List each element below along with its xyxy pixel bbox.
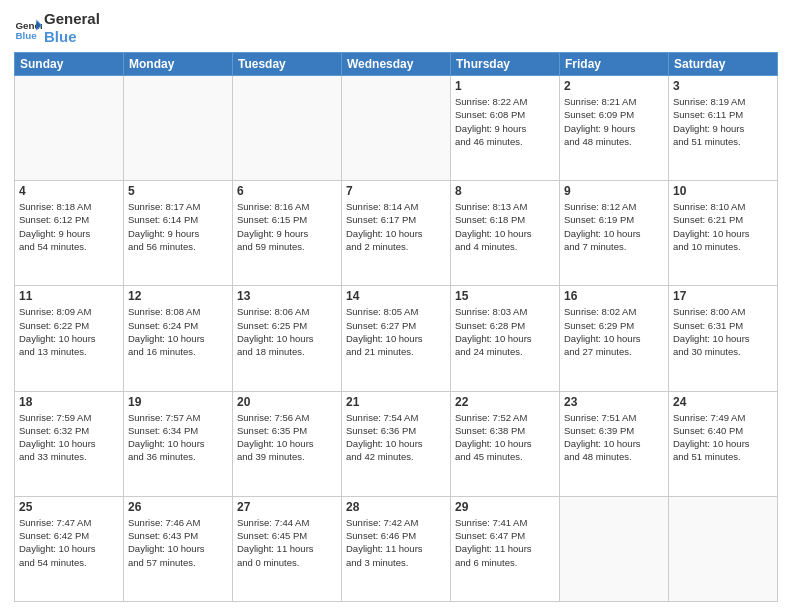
table-cell: 17Sunrise: 8:00 AM Sunset: 6:31 PM Dayli… bbox=[669, 286, 778, 391]
day-number: 24 bbox=[673, 395, 773, 409]
logo-icon: General Blue bbox=[14, 14, 42, 42]
day-info: Sunrise: 8:19 AM Sunset: 6:11 PM Dayligh… bbox=[673, 95, 773, 148]
col-sunday: Sunday bbox=[15, 53, 124, 76]
day-info: Sunrise: 7:49 AM Sunset: 6:40 PM Dayligh… bbox=[673, 411, 773, 464]
table-cell: 12Sunrise: 8:08 AM Sunset: 6:24 PM Dayli… bbox=[124, 286, 233, 391]
col-monday: Monday bbox=[124, 53, 233, 76]
day-info: Sunrise: 7:52 AM Sunset: 6:38 PM Dayligh… bbox=[455, 411, 555, 464]
day-number: 28 bbox=[346, 500, 446, 514]
table-cell: 11Sunrise: 8:09 AM Sunset: 6:22 PM Dayli… bbox=[15, 286, 124, 391]
day-info: Sunrise: 8:16 AM Sunset: 6:15 PM Dayligh… bbox=[237, 200, 337, 253]
day-info: Sunrise: 7:46 AM Sunset: 6:43 PM Dayligh… bbox=[128, 516, 228, 569]
day-number: 13 bbox=[237, 289, 337, 303]
table-cell: 9Sunrise: 8:12 AM Sunset: 6:19 PM Daylig… bbox=[560, 181, 669, 286]
table-cell: 22Sunrise: 7:52 AM Sunset: 6:38 PM Dayli… bbox=[451, 391, 560, 496]
day-number: 2 bbox=[564, 79, 664, 93]
table-cell: 19Sunrise: 7:57 AM Sunset: 6:34 PM Dayli… bbox=[124, 391, 233, 496]
day-number: 15 bbox=[455, 289, 555, 303]
day-number: 12 bbox=[128, 289, 228, 303]
day-number: 19 bbox=[128, 395, 228, 409]
table-cell: 18Sunrise: 7:59 AM Sunset: 6:32 PM Dayli… bbox=[15, 391, 124, 496]
table-cell bbox=[233, 76, 342, 181]
table-cell: 16Sunrise: 8:02 AM Sunset: 6:29 PM Dayli… bbox=[560, 286, 669, 391]
col-thursday: Thursday bbox=[451, 53, 560, 76]
calendar-week-row: 1Sunrise: 8:22 AM Sunset: 6:08 PM Daylig… bbox=[15, 76, 778, 181]
logo-text-blue: Blue bbox=[44, 28, 100, 46]
calendar-week-row: 18Sunrise: 7:59 AM Sunset: 6:32 PM Dayli… bbox=[15, 391, 778, 496]
table-cell: 4Sunrise: 8:18 AM Sunset: 6:12 PM Daylig… bbox=[15, 181, 124, 286]
day-number: 9 bbox=[564, 184, 664, 198]
table-cell: 29Sunrise: 7:41 AM Sunset: 6:47 PM Dayli… bbox=[451, 496, 560, 601]
table-cell: 3Sunrise: 8:19 AM Sunset: 6:11 PM Daylig… bbox=[669, 76, 778, 181]
day-info: Sunrise: 7:59 AM Sunset: 6:32 PM Dayligh… bbox=[19, 411, 119, 464]
day-info: Sunrise: 7:54 AM Sunset: 6:36 PM Dayligh… bbox=[346, 411, 446, 464]
table-cell bbox=[124, 76, 233, 181]
calendar-week-row: 11Sunrise: 8:09 AM Sunset: 6:22 PM Dayli… bbox=[15, 286, 778, 391]
table-cell: 20Sunrise: 7:56 AM Sunset: 6:35 PM Dayli… bbox=[233, 391, 342, 496]
day-number: 20 bbox=[237, 395, 337, 409]
day-number: 18 bbox=[19, 395, 119, 409]
day-info: Sunrise: 8:21 AM Sunset: 6:09 PM Dayligh… bbox=[564, 95, 664, 148]
table-cell: 10Sunrise: 8:10 AM Sunset: 6:21 PM Dayli… bbox=[669, 181, 778, 286]
calendar-body: 1Sunrise: 8:22 AM Sunset: 6:08 PM Daylig… bbox=[15, 76, 778, 602]
day-number: 10 bbox=[673, 184, 773, 198]
col-saturday: Saturday bbox=[669, 53, 778, 76]
col-tuesday: Tuesday bbox=[233, 53, 342, 76]
table-cell bbox=[342, 76, 451, 181]
calendar-table: Sunday Monday Tuesday Wednesday Thursday… bbox=[14, 52, 778, 602]
day-info: Sunrise: 8:22 AM Sunset: 6:08 PM Dayligh… bbox=[455, 95, 555, 148]
day-number: 5 bbox=[128, 184, 228, 198]
day-number: 25 bbox=[19, 500, 119, 514]
day-number: 29 bbox=[455, 500, 555, 514]
table-cell bbox=[560, 496, 669, 601]
day-number: 6 bbox=[237, 184, 337, 198]
day-number: 23 bbox=[564, 395, 664, 409]
day-info: Sunrise: 7:47 AM Sunset: 6:42 PM Dayligh… bbox=[19, 516, 119, 569]
day-info: Sunrise: 7:51 AM Sunset: 6:39 PM Dayligh… bbox=[564, 411, 664, 464]
day-number: 3 bbox=[673, 79, 773, 93]
day-info: Sunrise: 7:42 AM Sunset: 6:46 PM Dayligh… bbox=[346, 516, 446, 569]
header: General Blue General Blue bbox=[14, 10, 778, 46]
table-cell: 7Sunrise: 8:14 AM Sunset: 6:17 PM Daylig… bbox=[342, 181, 451, 286]
day-info: Sunrise: 8:10 AM Sunset: 6:21 PM Dayligh… bbox=[673, 200, 773, 253]
day-number: 21 bbox=[346, 395, 446, 409]
day-number: 7 bbox=[346, 184, 446, 198]
day-number: 11 bbox=[19, 289, 119, 303]
day-info: Sunrise: 8:14 AM Sunset: 6:17 PM Dayligh… bbox=[346, 200, 446, 253]
table-cell: 26Sunrise: 7:46 AM Sunset: 6:43 PM Dayli… bbox=[124, 496, 233, 601]
day-number: 16 bbox=[564, 289, 664, 303]
day-info: Sunrise: 8:05 AM Sunset: 6:27 PM Dayligh… bbox=[346, 305, 446, 358]
day-info: Sunrise: 8:08 AM Sunset: 6:24 PM Dayligh… bbox=[128, 305, 228, 358]
day-number: 22 bbox=[455, 395, 555, 409]
day-info: Sunrise: 8:12 AM Sunset: 6:19 PM Dayligh… bbox=[564, 200, 664, 253]
day-info: Sunrise: 8:00 AM Sunset: 6:31 PM Dayligh… bbox=[673, 305, 773, 358]
svg-text:Blue: Blue bbox=[15, 30, 37, 41]
day-info: Sunrise: 8:09 AM Sunset: 6:22 PM Dayligh… bbox=[19, 305, 119, 358]
table-cell: 5Sunrise: 8:17 AM Sunset: 6:14 PM Daylig… bbox=[124, 181, 233, 286]
day-number: 8 bbox=[455, 184, 555, 198]
table-cell: 25Sunrise: 7:47 AM Sunset: 6:42 PM Dayli… bbox=[15, 496, 124, 601]
day-info: Sunrise: 7:56 AM Sunset: 6:35 PM Dayligh… bbox=[237, 411, 337, 464]
table-cell: 21Sunrise: 7:54 AM Sunset: 6:36 PM Dayli… bbox=[342, 391, 451, 496]
table-cell: 2Sunrise: 8:21 AM Sunset: 6:09 PM Daylig… bbox=[560, 76, 669, 181]
table-cell: 1Sunrise: 8:22 AM Sunset: 6:08 PM Daylig… bbox=[451, 76, 560, 181]
day-number: 26 bbox=[128, 500, 228, 514]
calendar-header-row: Sunday Monday Tuesday Wednesday Thursday… bbox=[15, 53, 778, 76]
day-info: Sunrise: 7:57 AM Sunset: 6:34 PM Dayligh… bbox=[128, 411, 228, 464]
day-number: 27 bbox=[237, 500, 337, 514]
table-cell bbox=[669, 496, 778, 601]
logo-text-general: General bbox=[44, 10, 100, 28]
day-info: Sunrise: 8:17 AM Sunset: 6:14 PM Dayligh… bbox=[128, 200, 228, 253]
table-cell: 6Sunrise: 8:16 AM Sunset: 6:15 PM Daylig… bbox=[233, 181, 342, 286]
col-friday: Friday bbox=[560, 53, 669, 76]
day-info: Sunrise: 8:03 AM Sunset: 6:28 PM Dayligh… bbox=[455, 305, 555, 358]
page: General Blue General Blue Sunday Monday … bbox=[0, 0, 792, 612]
day-number: 14 bbox=[346, 289, 446, 303]
table-cell: 24Sunrise: 7:49 AM Sunset: 6:40 PM Dayli… bbox=[669, 391, 778, 496]
table-cell: 13Sunrise: 8:06 AM Sunset: 6:25 PM Dayli… bbox=[233, 286, 342, 391]
table-cell: 8Sunrise: 8:13 AM Sunset: 6:18 PM Daylig… bbox=[451, 181, 560, 286]
calendar-week-row: 4Sunrise: 8:18 AM Sunset: 6:12 PM Daylig… bbox=[15, 181, 778, 286]
calendar-week-row: 25Sunrise: 7:47 AM Sunset: 6:42 PM Dayli… bbox=[15, 496, 778, 601]
day-number: 17 bbox=[673, 289, 773, 303]
col-wednesday: Wednesday bbox=[342, 53, 451, 76]
